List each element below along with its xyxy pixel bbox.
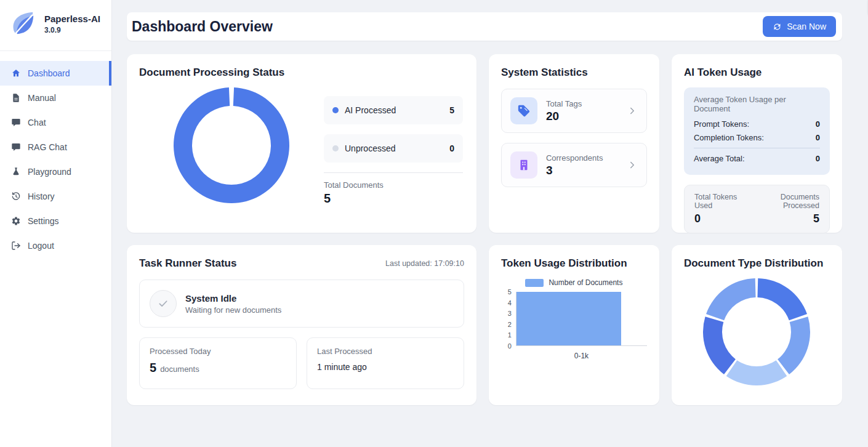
topbar: Dashboard Overview Scan Now: [127, 12, 842, 41]
logout-icon: [11, 241, 21, 251]
y-axis: 012345: [501, 292, 516, 346]
chevron-right-icon: [627, 159, 638, 171]
main-content: Dashboard Overview Scan Now Document Pro…: [112, 0, 868, 447]
plot-area: [516, 292, 647, 346]
sidebar-item-label: RAG Chat: [28, 142, 67, 152]
chat-icon: [11, 142, 21, 152]
system-status-box: System Idle Waiting for new documents: [139, 280, 464, 328]
legend-value: 5: [449, 105, 454, 115]
processing-card-body: AI Processed 5 Unprocessed 0 Total Docum…: [139, 85, 464, 206]
status-subtitle: Waiting for new documents: [185, 305, 281, 315]
donut-svg: [703, 278, 810, 385]
flask-icon: [11, 167, 21, 177]
legend-dot: [332, 107, 339, 113]
sidebar-item-label: Dashboard: [28, 68, 70, 78]
dashboard-grid-top: Document Processing Status AI Processed …: [127, 54, 842, 233]
sidebar-item-chat[interactable]: Chat: [0, 110, 111, 135]
sidebar-item-manual[interactable]: Manual: [0, 86, 111, 110]
token-usage-bar-chart: Number of Documents 012345 0-1k: [501, 278, 647, 360]
processed-today-unit: documents: [160, 364, 199, 374]
bar-chart-legend: Number of Documents: [501, 278, 647, 287]
task-runner-header: Task Runner Status Last updated: 17:09:1…: [139, 257, 464, 270]
legend-label: AI Processed: [345, 105, 396, 115]
stat-texts: Correspondents 3: [546, 153, 603, 177]
x-tick-label: 0-1k: [516, 352, 647, 360]
document-processing-status-card: Document Processing Status AI Processed …: [127, 54, 476, 233]
average-total-label: Average Total:: [694, 154, 745, 163]
prompt-tokens-row: Prompt Tokens: 0: [694, 119, 820, 129]
processing-donut-chart: [139, 85, 324, 206]
divider: [324, 172, 463, 173]
y-tick-label: 1: [508, 331, 512, 339]
card-title: System Statistics: [501, 66, 647, 79]
stat-texts: Total Tags 20: [546, 99, 582, 123]
legend-swatch: [525, 279, 544, 287]
y-tick-label: 0: [508, 342, 512, 350]
completion-tokens-value: 0: [816, 133, 820, 142]
app-logo-block: Paperless-AI 3.0.9: [0, 0, 111, 51]
total-tokens-used-col: Total Tokens Used 0: [694, 193, 750, 225]
chat-icon: [11, 118, 21, 127]
sidebar-item-playground[interactable]: Playground: [0, 159, 111, 184]
sidebar-item-dashboard[interactable]: Dashboard: [0, 61, 111, 86]
bar: [516, 292, 621, 345]
total-tokens-used-label: Total Tokens Used: [694, 193, 750, 210]
processed-today-box: Processed Today 5 documents: [139, 337, 297, 389]
sidebar-item-settings[interactable]: Settings: [0, 209, 111, 233]
sidebar-item-label: History: [28, 191, 55, 201]
average-total-value: 0: [816, 154, 820, 163]
average-token-usage-box: Average Token Usage per Document Prompt …: [684, 87, 830, 175]
refresh-icon: [773, 22, 782, 31]
token-usage-distribution-card: Token Usage Distribution Number of Docum…: [489, 245, 659, 405]
completion-tokens-label: Completion Tokens:: [694, 133, 764, 142]
card-title: Task Runner Status: [139, 257, 236, 270]
gear-icon: [11, 216, 21, 226]
last-processed-box: Last Processed 1 minute ago: [307, 337, 464, 389]
sidebar-item-label: Logout: [28, 241, 54, 251]
status-title: System Idle: [185, 293, 281, 304]
legend-label: Unprocessed: [345, 143, 396, 153]
total-tokens-used-value: 0: [694, 212, 750, 225]
app-title-block: Paperless-AI 3.0.9: [44, 14, 100, 35]
scan-now-label: Scan Now: [787, 22, 826, 31]
system-statistics-card: System Statistics Total Tags 20: [489, 54, 659, 233]
y-tick-label: 4: [508, 299, 512, 307]
correspondents-stat[interactable]: Correspondents 3: [501, 143, 647, 187]
last-processed-value: 1 minute ago: [317, 362, 454, 372]
bar-plot-row: 012345: [501, 292, 647, 346]
sidebar-item-history[interactable]: History: [0, 184, 111, 209]
sidebar-item-rag-chat[interactable]: RAG Chat: [0, 135, 111, 159]
y-tick-label: 5: [508, 288, 512, 296]
total-documents-value: 5: [324, 191, 463, 206]
stat-value: 20: [546, 110, 582, 123]
total-tags-stat[interactable]: Total Tags 20: [501, 89, 647, 133]
legend-dot: [332, 145, 339, 151]
documents-processed-value: 5: [750, 212, 819, 225]
y-tick-label: 3: [508, 310, 512, 317]
last-processed-label: Last Processed: [317, 347, 454, 356]
processed-today-row: 5 documents: [150, 361, 286, 375]
documents-processed-label: Documents Processed: [750, 193, 819, 210]
document-type-donut-chart: [684, 278, 830, 385]
prompt-tokens-label: Prompt Tokens:: [694, 119, 749, 129]
last-updated-text: Last updated: 17:09:10: [385, 259, 464, 268]
document-type-distribution-card: Document Type Distribution: [672, 245, 842, 405]
sidebar-item-logout[interactable]: Logout: [0, 233, 111, 258]
sidebar: Paperless-AI 3.0.9 Dashboard Manual Chat…: [0, 0, 112, 447]
card-title: AI Token Usage: [684, 66, 830, 79]
scan-now-button[interactable]: Scan Now: [763, 16, 836, 37]
prompt-tokens-value: 0: [816, 119, 820, 129]
document-icon: [11, 93, 21, 103]
stat-label: Total Tags: [546, 99, 582, 108]
divider: [694, 148, 820, 148]
status-texts: System Idle Waiting for new documents: [185, 293, 281, 315]
legend-series-label: Number of Documents: [549, 278, 622, 287]
completion-tokens-row: Completion Tokens: 0: [694, 133, 820, 142]
token-totals-box: Total Tokens Used 0 Documents Processed …: [684, 185, 830, 233]
legend-row-unprocessed: Unprocessed 0: [324, 134, 463, 163]
legend-row-ai-processed: AI Processed 5: [324, 96, 463, 124]
task-runner-status-card: Task Runner Status Last updated: 17:09:1…: [127, 245, 476, 405]
building-icon-badge: [510, 151, 537, 179]
donut-svg: [174, 87, 289, 203]
tag-icon: [517, 104, 531, 118]
